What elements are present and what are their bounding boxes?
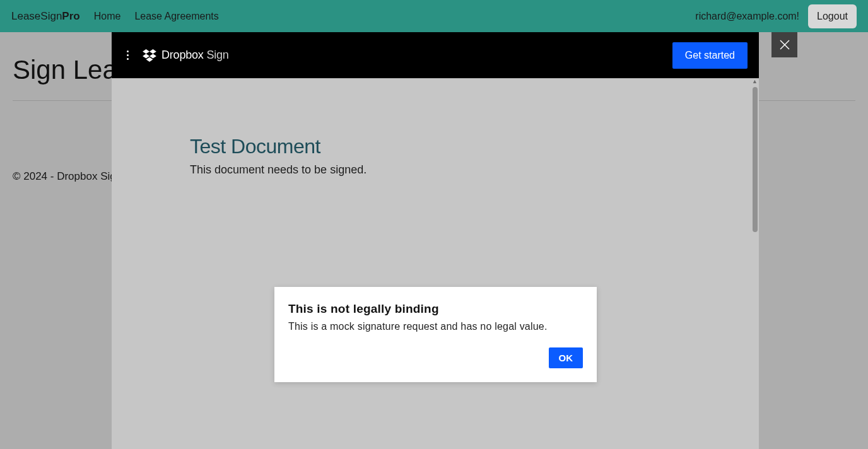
- brand[interactable]: LeaseSignPro: [11, 10, 80, 23]
- modal-header: Dropbox Sign Get started: [112, 32, 759, 78]
- svg-marker-4: [146, 57, 153, 61]
- more-menu-icon[interactable]: [127, 50, 129, 60]
- brand-suffix: Pro: [62, 10, 79, 22]
- svg-marker-1: [150, 49, 156, 54]
- dropbox-brand-main: Dropbox: [161, 49, 204, 61]
- dropbox-mark-icon: [143, 49, 156, 62]
- close-modal-button[interactable]: [771, 32, 797, 57]
- nav-link-lease-agreements[interactable]: Lease Agreements: [134, 11, 218, 22]
- brand-prefix: LeaseSign: [11, 10, 62, 22]
- modal-body: Test Document This document needs to be …: [112, 78, 759, 449]
- dropbox-sign-logo: Dropbox Sign: [143, 49, 229, 62]
- document-subtitle: This document needs to be signed.: [190, 163, 683, 177]
- dropbox-sign-text: Dropbox Sign: [161, 49, 229, 62]
- get-started-button[interactable]: Get started: [672, 42, 748, 69]
- svg-marker-2: [143, 54, 150, 58]
- svg-marker-3: [150, 54, 156, 58]
- legal-notice-title: This is not legally binding: [288, 302, 583, 316]
- navbar: LeaseSignPro Home Lease Agreements richa…: [0, 0, 868, 32]
- document-title: Test Document: [190, 135, 683, 158]
- legal-notice-actions: OK: [288, 347, 583, 368]
- legal-notice-dialog: This is not legally binding This is a mo…: [274, 287, 597, 382]
- scroll-up-icon[interactable]: ▲: [752, 78, 758, 85]
- user-email: richard@example.com!: [695, 11, 799, 22]
- dropbox-brand-sub: Sign: [206, 49, 228, 61]
- modal-header-left: Dropbox Sign: [127, 49, 229, 62]
- close-icon: [779, 39, 790, 50]
- navbar-right: richard@example.com! Logout: [695, 4, 857, 28]
- signing-modal: Dropbox Sign Get started Test Document T…: [112, 32, 759, 449]
- legal-notice-body: This is a mock signature request and has…: [288, 321, 583, 332]
- logout-button[interactable]: Logout: [808, 4, 857, 28]
- svg-marker-0: [143, 49, 150, 54]
- nav-link-home[interactable]: Home: [94, 11, 121, 22]
- scrollbar[interactable]: ▲: [750, 78, 759, 449]
- ok-button[interactable]: OK: [549, 347, 584, 368]
- navbar-left: LeaseSignPro Home Lease Agreements: [11, 10, 219, 23]
- document-area: Test Document This document needs to be …: [112, 78, 759, 177]
- scroll-thumb[interactable]: [753, 87, 758, 232]
